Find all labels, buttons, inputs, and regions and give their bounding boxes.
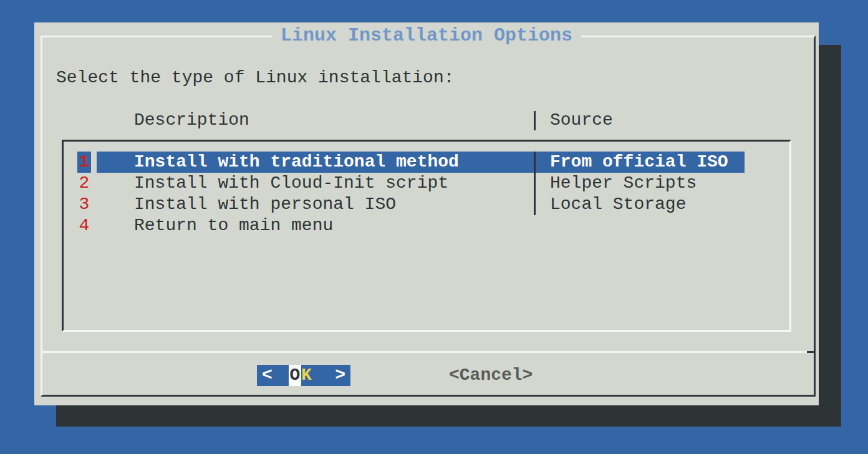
menu-item-description: Return to main menu (134, 215, 333, 236)
menu-listbox: 1 Install with traditional method From o… (62, 140, 791, 332)
menu-item-source: Local Storage (550, 194, 686, 215)
ok-button-hotkey-char: K (301, 365, 312, 386)
menu-item-tag: 4 (77, 215, 91, 236)
menu-item-tag: 2 (77, 173, 91, 194)
column-separator-line (534, 111, 536, 130)
menu-item-description: Install with Cloud-Init script (134, 173, 448, 194)
ok-button-close-bracket: > (335, 365, 345, 386)
menu-item-tag: 1 (77, 152, 91, 173)
installation-options-dialog: Linux Installation Options Select the ty… (34, 22, 819, 405)
terminal-screen: Linux Installation Options Select the ty… (0, 0, 868, 454)
dialog-title: Linux Installation Options (272, 25, 581, 46)
menu-item-source: From official ISO (550, 152, 728, 173)
column-header-description: Description (134, 110, 249, 131)
ok-button-cursor-char: O (289, 365, 301, 386)
menu-item-1[interactable]: 1 Install with traditional method From o… (64, 152, 789, 173)
separator-dark-end (807, 351, 816, 353)
menu-item-source: Helper Scripts (550, 173, 697, 194)
menu-item-4[interactable]: 4 Return to main menu (64, 215, 789, 236)
dialog-prompt: Select the type of Linux installation: (56, 67, 455, 89)
menu-item-3[interactable]: 3 Install with personal ISO Local Storag… (64, 194, 789, 215)
menu-item-description: Install with personal ISO (134, 194, 396, 215)
column-separator-line (534, 194, 536, 215)
menu-item-tag: 3 (77, 194, 91, 215)
column-separator-line (534, 173, 536, 194)
column-separator-line (534, 152, 536, 173)
column-header-source: Source (550, 110, 613, 131)
button-row-separator (41, 351, 816, 353)
menu-rows: 1 Install with traditional method From o… (64, 152, 789, 236)
cancel-button[interactable]: <Cancel> (449, 365, 533, 386)
ok-button[interactable]: < O K > (257, 365, 350, 386)
menu-item-2[interactable]: 2 Install with Cloud-Init script Helper … (64, 173, 789, 194)
ok-button-open-bracket: < (262, 365, 272, 386)
menu-item-description: Install with traditional method (134, 152, 459, 173)
